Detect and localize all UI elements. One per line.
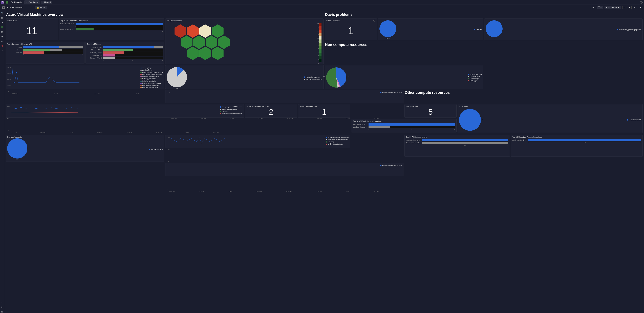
topbar: Dashboards ＋ Dashboard ⤴ Upload ? — [0, 0, 644, 5]
panel-top10-vm-sizes[interactable]: Top 10 VM Sizes Standard_B1lsStandard_B1… — [86, 42, 164, 64]
bar-row: Cloud Services...e-9fb2dee5f6b1) — [406, 139, 508, 141]
legend: Used memory percentage [Azure] — [616, 29, 641, 31]
panel-azure-vms[interactable]: Azure VM's 11 — [6, 19, 58, 40]
panel-network-vm[interactable]: Network: VM Network In Total (bytes) 40 … — [6, 65, 164, 89]
legend-item: aks-agentpool-99116862-vmss — [326, 137, 349, 138]
upload-button[interactable]: ⤴ Upload — [41, 1, 52, 4]
bar-row: Public Cloud V...b-5ae01877d7b8) — [406, 142, 508, 144]
panel-active-problem-details[interactable]: Active problem details i 1 Used memory p… — [484, 19, 643, 40]
help-icon[interactable]: ? — [640, 1, 643, 4]
x-axis: 024 — [368, 129, 455, 130]
panel-title: Top 10 regions with Azure VM — [7, 43, 83, 45]
legend: aks-agentpool-99116862-vmssUniformScaleS… — [220, 106, 242, 134]
add-panel-button[interactable]: ＋ — [591, 6, 595, 10]
bar-row: westeurope — [7, 49, 83, 51]
legend: Storage Accounts — [149, 149, 163, 150]
refresh-icon[interactable]: ↻ — [30, 6, 33, 10]
panel-databases[interactable]: Databases 4 Azure Cosmos DB — [458, 104, 643, 133]
calendar-icon[interactable]: ▤ — [1, 30, 4, 33]
panel-top10-vmss-sub[interactable]: Top 10 VM Scale Sets subscriptions Publi… — [351, 119, 456, 132]
panel-aks-cpu[interactable]: Azure Kubernetes Service: CPU cores avai… — [165, 163, 404, 176]
hbar-chart: eastuswesteuropecentralus — [7, 46, 83, 54]
globe-icon[interactable]: ◉ — [1, 35, 4, 38]
panel-active-problems[interactable]: Active Problems i 1 — [325, 19, 377, 40]
share-button[interactable]: 🔒 Share — [35, 6, 47, 9]
settings-gear-icon[interactable]: ⚙ — [638, 6, 642, 10]
more-menu-icon[interactable]: ⋮ — [24, 6, 28, 10]
legend-item: App Service Plan — [468, 74, 482, 75]
legend: active-gate-jxwmedium-f4s-v2aks-agentpoo… — [140, 67, 162, 95]
legend: East US — [474, 29, 482, 31]
x-axis: 10:30 AM10:45 AM11 AM11:15 AM11:30 AM11:… — [169, 191, 380, 192]
panel-aca[interactable]: Azure Container Apps 1 — [298, 104, 350, 118]
lock-icon: 🔒 — [36, 7, 39, 9]
x-axis: 024 — [23, 54, 83, 56]
pie-label: 100% — [380, 38, 396, 39]
bar-row: 0 — [60, 25, 163, 28]
bar-row: Standard_D4s_v3 — [87, 52, 163, 54]
new-dashboard-button[interactable]: ＋ Dashboard — [24, 0, 40, 4]
apps-icon[interactable]: ▦ — [1, 16, 4, 19]
panel-title: Top 10 VM Scale Sets subscriptions — [353, 120, 455, 122]
time-range-picker[interactable]: Last 2 hours ▾ — [604, 6, 621, 9]
x-axis: 00.51 — [528, 142, 641, 143]
dashboard-title: Azure Overview — [7, 6, 22, 9]
expand-icon[interactable]: » — [1, 300, 4, 303]
panel-aks-memory[interactable]: Azure Kubernetes Service: Memory availab… — [165, 90, 404, 103]
grid-icon[interactable]: ▦ — [1, 310, 4, 313]
bignum-value: 2 — [246, 107, 296, 117]
user-icon[interactable]: ◯ — [1, 305, 4, 308]
x-axis: 10:30 AM10:45 AM11 AM11:15 AM11:30 AM11:… — [11, 132, 219, 134]
panel-serverless[interactable]: Serverless 15 18 App Service PlanContain… — [325, 65, 483, 89]
bar-row: Standard_B1ls — [87, 46, 163, 48]
panel-storage-accounts[interactable]: Storage Accounts 33 Storage Accounts — [6, 135, 164, 162]
box-green-icon[interactable] — [1, 26, 4, 29]
panel-network-devices[interactable]: Network devices 2 15 Application Gateway… — [165, 65, 324, 89]
collapse-sidebar-icon[interactable] — [2, 6, 6, 10]
app-logo[interactable] — [1, 1, 4, 4]
sidebar: 🔍 ▦ ☁ ▤ ◉ ▭ ⬣ ☁ » ◯ ▦ — [0, 11, 4, 313]
panel-title: Top 10 VM Sizes — [87, 43, 163, 45]
panel-top10-regions[interactable]: Top 10 regions with Azure VM eastusweste… — [6, 42, 84, 64]
panel-top10-vm-sub[interactable]: Top 10 VM by Azure Subscription Public C… — [59, 19, 164, 40]
legend-item: UniformScaleSetSetup_0 — [140, 85, 162, 86]
time-refresh-button[interactable]: ↻ — [622, 6, 626, 10]
legend-item: siwsiw-remove-me-20220509 — [380, 92, 402, 93]
alert-icon[interactable]: ⬣ — [1, 44, 4, 47]
filter-button[interactable]: ▾ — [597, 6, 603, 9]
panel-vmss-net[interactable]: VM Scale Sets Network In Total (bytes) 2… — [165, 135, 350, 148]
panel-problems-region[interactable]: Problems by region i 100% East US — [378, 19, 483, 40]
chevron-down-icon: ▾ — [618, 7, 619, 9]
legend-item: Azure Cosmos DB — [627, 119, 641, 121]
legend-item: Web Apps — [468, 80, 482, 82]
bar-row: Standard_B2s — [87, 54, 163, 57]
legend-item: Application Gateway — [304, 76, 322, 78]
legend-item: Function App — [468, 78, 482, 80]
panel-vmss-cpu[interactable]: VM Scale Sets CPU Utilization 10%5%0% 10… — [6, 104, 244, 118]
panel-top10-ca-sub[interactable]: Top 10 Container Apps subscriptions Publ… — [511, 135, 643, 157]
pie-label: 33 — [7, 159, 28, 161]
hex-chart: 17151412119865320 — [167, 22, 322, 63]
panel-top10-aks-sub[interactable]: Top 10 AKS subscriptions Cloud Services.… — [404, 135, 510, 157]
panel-vmss[interactable]: VM Scale Sets 5 — [404, 104, 457, 118]
pie-chart — [459, 109, 481, 131]
panel-aks[interactable]: Azure Kubernetes Services 2 — [245, 104, 297, 118]
cloud2-icon[interactable]: ☁ — [1, 49, 4, 52]
legend: siwsiw-remove-me-20220509 — [380, 92, 402, 119]
time-range-label: Last 2 hours — [606, 7, 617, 9]
svg-point-0 — [2, 2, 4, 3]
cloud-icon[interactable]: ☁ — [1, 21, 4, 24]
info-icon[interactable]: i — [374, 20, 376, 22]
legend-item: UniformScaleSetSetup — [326, 143, 349, 145]
panel-vm-cpu-util[interactable]: VM CPU utilization 17151412119865320 — [165, 19, 324, 64]
pie-chart — [167, 67, 187, 87]
x-axis: 05 — [76, 31, 163, 32]
search-icon[interactable]: 🔍 — [1, 12, 4, 15]
history-icon[interactable]: ⟲ — [633, 6, 637, 10]
time-interval-button[interactable]: ▾ — [628, 6, 632, 10]
bar-row: Standard_B1ms — [87, 49, 163, 51]
monitor-icon[interactable]: ▭ — [1, 40, 4, 43]
breadcrumb-item[interactable]: Dashboards — [10, 1, 23, 4]
dashboard-content: Azure Virtual Machines overview Davis pr… — [4, 11, 644, 313]
pie-label: 18 — [348, 76, 350, 78]
